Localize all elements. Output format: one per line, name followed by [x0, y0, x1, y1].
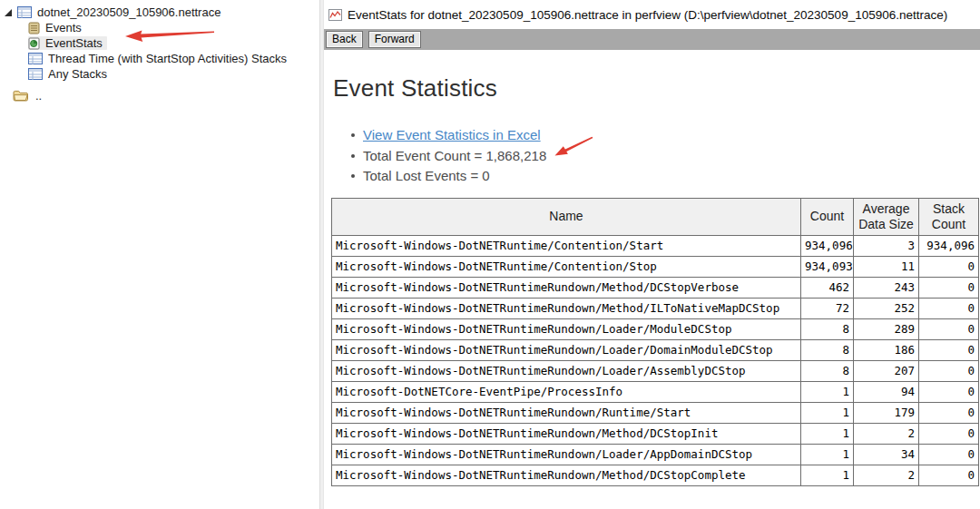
table-row: Microsoft-Windows-DotNETRuntime/Contenti…: [332, 256, 979, 277]
cell-count: 1: [801, 444, 854, 465]
table-row: Microsoft-Windows-DotNETRuntimeRundown/L…: [332, 444, 979, 465]
cell-average-data-size: 243: [854, 277, 919, 298]
forward-button[interactable]: Forward: [368, 31, 421, 48]
table-row: Microsoft-Windows-DotNETRuntimeRundown/L…: [332, 318, 979, 339]
table-row: Microsoft-Windows-DotNETRuntimeRundown/M…: [332, 277, 979, 298]
cell-average-data-size: 186: [854, 339, 919, 360]
cell-event-name: Microsoft-Windows-DotNETRuntimeRundown/R…: [332, 402, 801, 423]
cell-stack-count: 0: [919, 381, 979, 402]
column-header-average-data-size: Average Data Size: [854, 198, 919, 235]
cell-average-data-size: 252: [854, 298, 919, 318]
bullet-icon: [351, 133, 355, 137]
cell-event-name: Microsoft-Windows-DotNETRuntimeRundown/L…: [332, 318, 801, 339]
cell-stack-count: 0: [919, 298, 979, 318]
bullet-icon: [351, 154, 355, 158]
cell-average-data-size: 2: [854, 423, 919, 444]
list-item-total-event-count: Total Event Count = 1,868,218: [351, 146, 980, 167]
eventstats-panel: EventStats for dotnet_20230509_105906.ne…: [324, 0, 980, 509]
cell-stack-count: 0: [919, 423, 979, 444]
event-stats-icon: [28, 37, 40, 50]
table-row: Microsoft-Windows-DotNETRuntimeRundown/M…: [332, 298, 979, 318]
tree-item-label: dotnet_20230509_105906.nettrace: [34, 5, 223, 19]
cell-average-data-size: 3: [854, 235, 919, 256]
cell-count: 934,093: [801, 256, 854, 277]
cell-count: 934,096: [801, 235, 854, 256]
cell-count: 8: [801, 318, 854, 339]
table-row: Microsoft-Windows-DotNETRuntimeRundown/M…: [332, 423, 979, 444]
stacks-grid-icon: [28, 53, 43, 64]
cell-event-name: Microsoft-Windows-DotNETRuntimeRundown/L…: [332, 444, 801, 465]
back-button[interactable]: Back: [326, 31, 363, 48]
cell-count: 1: [801, 465, 854, 485]
cell-count: 1: [801, 423, 854, 444]
cell-stack-count: 0: [919, 360, 979, 381]
line-chart-icon: [328, 9, 342, 21]
cell-average-data-size: 2: [854, 465, 919, 485]
events-doc-icon: [28, 22, 40, 34]
tree-item-label: EventStats: [43, 36, 105, 50]
table-row: Microsoft-Windows-DotNETRuntime/Contenti…: [332, 235, 979, 256]
tree-item-label: ..: [33, 89, 44, 103]
tree-item-events[interactable]: Events: [0, 20, 319, 35]
cell-average-data-size: 207: [854, 360, 919, 381]
cell-count: 8: [801, 360, 854, 381]
cell-event-name: Microsoft-DotNETCore-EventPipe/ProcessIn…: [332, 381, 801, 402]
cell-stack-count: 0: [919, 339, 979, 360]
cell-stack-count: 0: [919, 465, 979, 485]
view-title: EventStats for dotnet_20230509_105906.ne…: [348, 8, 947, 22]
cell-event-name: Microsoft-Windows-DotNETRuntimeRundown/L…: [332, 360, 801, 381]
stacks-grid-icon: [28, 68, 43, 80]
tree-item-label: Events: [43, 21, 84, 34]
cell-average-data-size: 179: [854, 402, 919, 423]
list-item-total-lost-events: Total Lost Events = 0: [351, 166, 980, 187]
event-statistics-table: Name Count Average Data Size Stack Count…: [331, 198, 979, 486]
tree-item-thread-time-stacks[interactable]: Thread Time (with StartStop Activities) …: [0, 51, 319, 66]
table-row: Microsoft-DotNETCore-EventPipe/ProcessIn…: [332, 381, 979, 402]
cell-stack-count: 0: [919, 444, 979, 465]
expander-icon[interactable]: [4, 8, 13, 17]
cell-count: 1: [801, 402, 854, 423]
file-tree-panel: dotnet_20230509_105906.nettrace Events E…: [0, 0, 319, 509]
cell-count: 72: [801, 298, 854, 318]
tree-item-label: Thread Time (with StartStop Activities) …: [45, 52, 289, 65]
page-title: Event Statistics: [333, 74, 980, 102]
tree-item-trace-file[interactable]: dotnet_20230509_105906.nettrace: [0, 5, 319, 20]
cell-event-name: Microsoft-Windows-DotNETRuntimeRundown/M…: [332, 277, 801, 298]
cell-average-data-size: 289: [854, 318, 919, 339]
cell-event-name: Microsoft-Windows-DotNETRuntimeRundown/M…: [332, 298, 801, 318]
navigation-toolbar: Back Forward: [324, 29, 980, 50]
cell-event-name: Microsoft-Windows-DotNETRuntimeRundown/L…: [332, 339, 801, 360]
table-row: Microsoft-Windows-DotNETRuntimeRundown/R…: [332, 402, 979, 423]
column-header-name: Name: [332, 198, 801, 235]
stacks-grid-icon: [17, 6, 32, 18]
report-content: Event Statistics View Event Statistics i…: [324, 74, 980, 486]
cell-count: 8: [801, 339, 854, 360]
cell-stack-count: 0: [919, 277, 979, 298]
view-in-excel-link[interactable]: View Event Statistics in Excel: [363, 125, 541, 146]
cell-stack-count: 934,096: [919, 235, 979, 256]
cell-event-name: Microsoft-Windows-DotNETRuntime/Contenti…: [332, 256, 801, 277]
tree-item-parent-directory[interactable]: ..: [0, 88, 319, 103]
cell-average-data-size: 94: [854, 381, 919, 402]
view-title-bar: EventStats for dotnet_20230509_105906.ne…: [324, 0, 980, 29]
cell-event-name: Microsoft-Windows-DotNETRuntime/Contenti…: [332, 235, 801, 256]
total-event-count-text: Total Event Count = 1,868,218: [363, 146, 546, 167]
perfview-window: dotnet_20230509_105906.nettrace Events E…: [0, 0, 980, 509]
cell-count: 462: [801, 277, 854, 298]
summary-list: View Event Statistics in Excel Total Eve…: [351, 125, 980, 187]
cell-stack-count: 0: [919, 402, 979, 423]
tree-item-eventstats[interactable]: EventStats: [0, 35, 319, 51]
bullet-icon: [351, 174, 355, 178]
cell-stack-count: 0: [919, 318, 979, 339]
cell-average-data-size: 11: [854, 256, 919, 277]
tree-item-any-stacks[interactable]: Any Stacks: [0, 66, 319, 82]
column-header-count: Count: [801, 198, 854, 235]
table-row: Microsoft-Windows-DotNETRuntimeRundown/L…: [332, 360, 979, 381]
tree-selection-highlight: EventStats: [28, 36, 107, 50]
cell-event-name: Microsoft-Windows-DotNETRuntimeRundown/M…: [332, 423, 801, 444]
cell-stack-count: 0: [919, 256, 979, 277]
table-body: Microsoft-Windows-DotNETRuntime/Contenti…: [332, 235, 979, 485]
table-row: Microsoft-Windows-DotNETRuntimeRundown/M…: [332, 465, 979, 485]
cell-event-name: Microsoft-Windows-DotNETRuntimeRundown/M…: [332, 465, 801, 485]
table-header: Name Count Average Data Size Stack Count: [332, 198, 979, 235]
